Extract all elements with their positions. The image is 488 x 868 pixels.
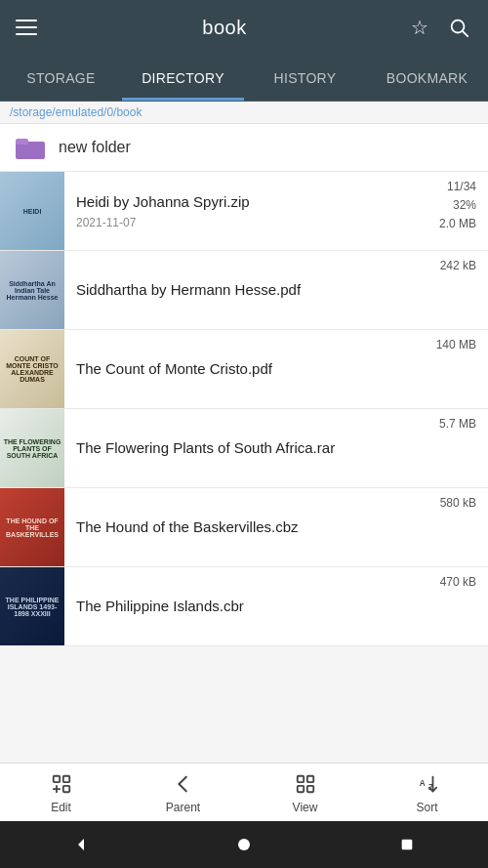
top-bar-actions: ☆ xyxy=(402,10,476,45)
file-size: 11/3432%2.0 MB xyxy=(439,178,476,234)
file-name: Siddhartha by Hermann Hesse.pdf xyxy=(76,280,418,300)
edit-label: Edit xyxy=(51,801,71,814)
file-name: The Philippine Islands.cbr xyxy=(76,597,418,616)
parent-label: Parent xyxy=(166,801,200,814)
file-thumbnail: HEIDI xyxy=(0,172,64,250)
nav-bar xyxy=(0,821,488,868)
file-thumbnail: THE PHILIPPINE ISLANDS 1493-1898 XXXIII xyxy=(0,567,64,645)
svg-line-1 xyxy=(463,31,468,36)
view-button[interactable]: View xyxy=(244,764,366,821)
svg-rect-10 xyxy=(306,776,312,782)
tab-bookmark[interactable]: Bookmark xyxy=(366,55,488,101)
view-label: View xyxy=(293,801,318,814)
file-meta: 140 MB xyxy=(429,330,488,408)
svg-rect-18 xyxy=(401,840,412,850)
app-title: book xyxy=(47,17,402,39)
thumbnail-text: THE FLOWERING PLANTS OF SOUTH AFRICA xyxy=(0,436,64,461)
file-meta: 242 kB xyxy=(429,251,488,329)
file-date: 2021-11-07 xyxy=(76,216,418,229)
file-meta: 5.7 MB xyxy=(429,409,488,487)
top-bar: book ☆ xyxy=(0,0,488,55)
file-thumbnail: Siddhartha An Indian Tale Hermann Hesse xyxy=(0,251,64,329)
file-info: The Philippine Islands.cbr xyxy=(64,567,429,645)
file-name: The Count of Monte Cristo.pdf xyxy=(76,359,418,379)
svg-marker-16 xyxy=(78,839,84,850)
tab-history[interactable]: History xyxy=(244,55,366,101)
thumbnail-text: COUNT OF MONTE CRISTO ALEXANDRE DUMAS xyxy=(0,353,64,385)
file-size: 5.7 MB xyxy=(439,415,476,434)
file-info: Siddhartha by Hermann Hesse.pdf xyxy=(64,251,429,329)
bottom-bar: Edit Parent View A Z xyxy=(0,763,488,821)
file-size: 140 MB xyxy=(436,336,476,354)
thumbnail-text: HEIDI xyxy=(21,206,44,217)
svg-text:A: A xyxy=(419,779,425,788)
file-info: Heidi by Johanna Spyri.zip2021-11-07 xyxy=(64,172,429,250)
favorite-icon[interactable]: ☆ xyxy=(402,10,437,45)
file-size: 580 kB xyxy=(440,494,476,513)
file-name: Heidi by Johanna Spyri.zip xyxy=(76,192,418,212)
svg-rect-3 xyxy=(16,139,28,145)
thumbnail-text: THE HOUND OF THE BASKERVILLES xyxy=(0,516,64,540)
file-meta: 470 kB xyxy=(429,567,488,645)
svg-rect-4 xyxy=(53,776,59,782)
file-thumbnail: COUNT OF MONTE CRISTO ALEXANDRE DUMAS xyxy=(0,330,64,408)
list-item[interactable]: THE HOUND OF THE BASKERVILLESThe Hound o… xyxy=(0,488,488,567)
sort-button[interactable]: A Z Sort xyxy=(366,764,488,821)
list-item[interactable]: COUNT OF MONTE CRISTO ALEXANDRE DUMASThe… xyxy=(0,330,488,409)
svg-rect-5 xyxy=(62,776,68,782)
tab-bar: Storage Directory History Bookmark xyxy=(0,55,488,102)
tab-directory[interactable]: Directory xyxy=(122,55,244,101)
file-size: 470 kB xyxy=(440,573,476,592)
sort-label: Sort xyxy=(416,801,437,814)
list-item[interactable]: Siddhartha An Indian Tale Hermann HesseS… xyxy=(0,251,488,330)
file-meta: 11/3432%2.0 MB xyxy=(429,172,488,250)
svg-rect-12 xyxy=(306,786,312,792)
file-thumbnail: THE FLOWERING PLANTS OF SOUTH AFRICA xyxy=(0,409,64,487)
home-nav-button[interactable] xyxy=(224,825,264,864)
file-name: The Hound of the Baskervilles.cbz xyxy=(76,517,418,537)
parent-button[interactable]: Parent xyxy=(122,764,244,821)
edit-icon xyxy=(51,770,72,798)
file-info: The Hound of the Baskervilles.cbz xyxy=(64,488,429,566)
list-item[interactable]: THE FLOWERING PLANTS OF SOUTH AFRICAThe … xyxy=(0,409,488,488)
view-icon xyxy=(295,770,316,798)
list-item[interactable]: THE PHILIPPINE ISLANDS 1493-1898 XXXIIIT… xyxy=(0,567,488,646)
recents-nav-button[interactable] xyxy=(387,825,427,864)
svg-point-17 xyxy=(238,839,250,850)
thumbnail-text: THE PHILIPPINE ISLANDS 1493-1898 XXXIII xyxy=(0,595,64,619)
file-size: 242 kB xyxy=(440,257,476,275)
file-list: new folder HEIDIHeidi by Johanna Spyri.z… xyxy=(0,124,488,763)
breadcrumb[interactable]: /storage/emulated/0/book xyxy=(0,102,488,124)
sort-icon: A Z xyxy=(417,770,438,798)
svg-rect-9 xyxy=(297,776,303,782)
file-info: The Flowering Plants of South Africa.rar xyxy=(64,409,429,487)
thumbnail-text: Siddhartha An Indian Tale Hermann Hesse xyxy=(0,278,64,303)
svg-rect-11 xyxy=(297,786,303,792)
file-meta: 580 kB xyxy=(429,488,488,566)
file-thumbnail: THE HOUND OF THE BASKERVILLES xyxy=(0,488,64,566)
file-info: The Count of Monte Cristo.pdf xyxy=(64,330,429,408)
parent-icon xyxy=(173,770,194,798)
file-name: The Flowering Plants of South Africa.rar xyxy=(76,438,418,458)
edit-button[interactable]: Edit xyxy=(0,764,122,821)
search-icon[interactable] xyxy=(441,10,476,45)
menu-button[interactable] xyxy=(12,10,47,45)
svg-rect-6 xyxy=(62,786,68,792)
new-folder-label: new folder xyxy=(59,139,131,156)
back-nav-button[interactable] xyxy=(61,825,101,864)
tab-storage[interactable]: Storage xyxy=(0,55,122,101)
list-item[interactable]: HEIDIHeidi by Johanna Spyri.zip2021-11-0… xyxy=(0,172,488,251)
new-folder-item[interactable]: new folder xyxy=(0,124,488,172)
folder-icon xyxy=(16,136,45,159)
